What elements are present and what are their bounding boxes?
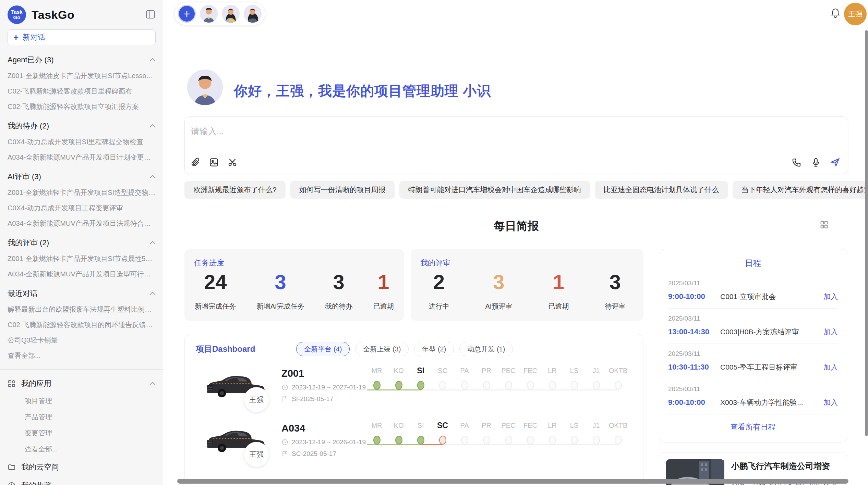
send-icon[interactable] <box>830 157 841 168</box>
schedule-event[interactable]: 2025/03/11 9:00-10:00 C001-立项审批会 加入 <box>659 273 847 308</box>
chevron-up-icon[interactable] <box>150 381 156 386</box>
milestone-stop-current: SI <box>411 366 430 390</box>
list-item[interactable]: C0X4-动力总成开发项目工程变更评审 <box>8 203 156 213</box>
project-owner-badge: 王强 <box>244 442 269 467</box>
date-range-text: 2023-12-19 ~ 2026-01-19 <box>292 438 366 446</box>
event-date: 2025/03/11 <box>668 279 838 287</box>
project-row[interactable]: 王强 A034 2023-12-19 ~ 2026-01-19 SC-2025-… <box>185 421 643 472</box>
list-item[interactable]: C02-飞腾新能源轻客改款项目里程碑画布 <box>8 87 156 96</box>
logo-text-bottom: Go <box>13 15 21 20</box>
milestone-stop: OKTB <box>608 421 628 445</box>
filter-tab-year-model[interactable]: 年型 (2) <box>414 342 454 356</box>
stat-value: 3 <box>325 270 352 294</box>
suggestion-chip[interactable]: 比亚迪全固态电池计划具体说了什么 <box>595 181 728 199</box>
list-item[interactable]: C02-飞腾新能源轻客改款项目立项汇报方案 <box>8 102 156 111</box>
schedule-card: 日程 2025/03/11 9:00-10:00 C001-立项审批会 加入 2… <box>659 249 847 443</box>
list-item[interactable]: 解释最新出台的欧盟报废车法规再生塑料比例被调至15%... <box>8 305 156 314</box>
list-item[interactable]: Z001-全新燃油轻卡产品开发项目SI节点属性5D文件评审 <box>8 254 156 263</box>
filter-tab-new-body[interactable]: 全新上装 (3) <box>355 342 409 356</box>
event-time: 9:00-10:00 <box>668 398 720 407</box>
list-item[interactable]: 公司Q3轻卡销量 <box>8 336 156 345</box>
notifications-bell-icon[interactable] <box>830 8 841 18</box>
schedule-event[interactable]: 2025/03/11 9:00-10:00 X003-车辆动力学性能验... 加… <box>659 379 847 414</box>
stat-value: 3 <box>605 270 625 294</box>
sidebar-item-my-apps[interactable]: 我的应用 <box>8 378 156 389</box>
sidebar-item-cloud-space[interactable]: 我的云空间 <box>8 462 156 472</box>
join-link[interactable]: 加入 <box>823 292 838 301</box>
new-chat-button[interactable]: + 新对话 <box>8 29 156 45</box>
view-all-schedule-link[interactable]: 查看所有日程 <box>659 422 847 432</box>
section-header-my-review[interactable]: 我的评审 (2) <box>8 238 156 248</box>
avatar[interactable] <box>244 5 262 23</box>
vertical-scrollbar[interactable] <box>865 30 868 436</box>
chevron-up-icon[interactable] <box>150 123 156 129</box>
phone-icon[interactable] <box>792 157 803 168</box>
join-link[interactable]: 加入 <box>823 327 838 337</box>
event-title: C005-整车工程目标评审 <box>720 362 823 372</box>
filter-tab-powertrain[interactable]: 动总开发 (1) <box>459 342 513 356</box>
assistant-avatar <box>187 70 223 105</box>
filter-tab-new-platform[interactable]: 全新平台 (4) <box>296 342 350 356</box>
schedule-event[interactable]: 2025/03/11 10:30-11:30 C005-整车工程目标评审 加入 <box>659 344 847 379</box>
attach-icon[interactable] <box>190 157 201 168</box>
add-conversation-button[interactable]: + <box>178 5 196 23</box>
section-header-ai-review[interactable]: AI评审 (3) <box>8 172 156 182</box>
milestone-stop: FEC <box>521 421 540 445</box>
scissors-icon[interactable] <box>227 157 238 168</box>
event-date: 2025/03/11 <box>668 385 838 393</box>
chevron-up-icon[interactable] <box>150 57 156 63</box>
list-item[interactable]: Z001-全新燃油皮卡产品开发项目SI节点Lesson Learn报告 <box>8 71 156 80</box>
avatar[interactable] <box>222 5 240 23</box>
stat-value: 1 <box>548 270 569 294</box>
milestone-stop: LR <box>543 366 562 390</box>
list-item[interactable]: C02-飞腾新能源轻客改款项目的闭环通告反馈情况 <box>8 320 156 329</box>
dashboard-title: 项目Dashboard <box>196 344 255 355</box>
milestone-stop: LS <box>565 421 584 445</box>
view-all-conversations[interactable]: 查看全部... <box>8 351 156 360</box>
section-header-agent-done[interactable]: Agent已办 (3) <box>8 55 156 65</box>
suggestion-chip[interactable]: 如何写一份清晰的项目周报 <box>290 181 395 199</box>
view-all-apps[interactable]: 查看全部... <box>25 445 156 454</box>
schedule-list: 2025/03/11 9:00-10:00 C001-立项审批会 加入 2025… <box>659 273 847 414</box>
event-time: 9:00-10:00 <box>668 292 720 301</box>
flag-icon <box>281 450 288 457</box>
join-link[interactable]: 加入 <box>823 398 838 407</box>
image-icon[interactable] <box>209 157 220 168</box>
list-item[interactable]: A034-全新新能源MUV产品开发项目计划变更表编写 <box>8 153 156 162</box>
list-item[interactable]: A034-全新新能源MUV产品开发项目法规符合性评审 <box>8 219 156 228</box>
sidebar-item-project-mgmt[interactable]: 项目管理 <box>25 396 156 406</box>
stat-label: 新增完成任务 <box>195 302 236 311</box>
task-progress-card: 任务进度 24 新增完成任务 3 新增AI完成任务 3 我的待办 1 已逾期 <box>184 249 404 321</box>
chat-input-placeholder[interactable]: 请输入... <box>191 126 224 137</box>
grid-view-icon[interactable] <box>819 220 829 231</box>
horizontal-scrollbar[interactable] <box>177 479 848 484</box>
sidebar-item-product-mgmt[interactable]: 产品管理 <box>25 412 156 422</box>
milestone-stop: SC <box>433 366 452 390</box>
sidebar-item-favorites[interactable]: 我的收藏 <box>8 481 156 485</box>
suggestion-chip[interactable]: 欧洲新规最近颁布了什么? <box>184 181 286 199</box>
schedule-title: 日程 <box>659 258 847 269</box>
avatar[interactable] <box>200 5 218 23</box>
chevron-up-icon[interactable] <box>150 240 156 246</box>
schedule-event[interactable]: 2025/03/11 13:00-14:30 C003|H0B-方案冻结评审 加… <box>659 309 847 344</box>
collapse-sidebar-icon[interactable] <box>146 10 155 18</box>
chat-input-card[interactable]: 请输入... <box>184 116 848 174</box>
chevron-up-icon[interactable] <box>150 174 156 179</box>
user-avatar[interactable]: 王强 <box>844 3 867 25</box>
join-link[interactable]: 加入 <box>823 362 838 372</box>
suggestion-chip[interactable]: 特朗普可能对进口汽车增税会对中国车企造成哪些影响 <box>399 181 590 199</box>
sidebar-item-change-mgmt[interactable]: 变更管理 <box>25 428 156 438</box>
list-item[interactable]: A034-全新新能源MUV产品开发项目造型可行性评审 <box>8 270 156 279</box>
milestone-stop: LR <box>543 421 562 445</box>
project-row[interactable]: 王强 Z001 2023-12-19 ~ 2027-01-19 SI-2025-… <box>185 366 643 417</box>
section-header-my-todo[interactable]: 我的待办 (2) <box>8 121 156 131</box>
microphone-icon[interactable] <box>811 157 822 168</box>
list-item[interactable]: Z001-全新燃油轻卡产品开发项目SI造型提交物评审 <box>8 188 156 197</box>
section-title: 我的应用 <box>21 378 51 389</box>
suggestion-chip[interactable]: 当下年轻人对汽车外观有怎样的喜好趋势 <box>733 181 868 199</box>
chevron-up-icon[interactable] <box>150 291 156 296</box>
section-header-recent[interactable]: 最近对话 <box>8 288 156 299</box>
milestone-stop: MR <box>367 366 386 390</box>
project-dashboard-card: 项目Dashboard 全新平台 (4) 全新上装 (3) 年型 (2) 动总开… <box>184 334 643 485</box>
list-item[interactable]: C0X4-动力总成开发项目SI里程碑提交物检查 <box>8 137 156 147</box>
